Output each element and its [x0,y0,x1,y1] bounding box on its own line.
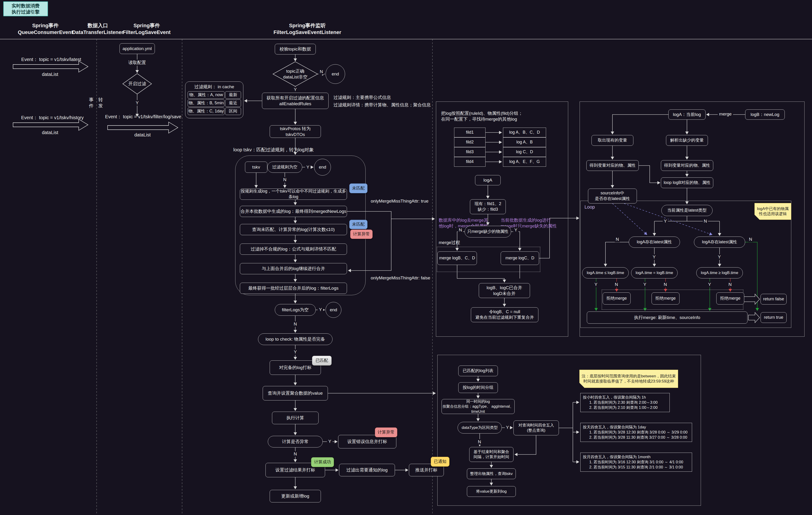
label-y-eq: Y [642,282,647,287]
query-agg-value-box: 查询并设置聚合数据的value [263,386,328,400]
time-lte-hexagon: logA.time ≤ logB.time [582,267,629,278]
read-config-label: 读取配置 [127,60,147,66]
note-round-day: 按天四舍五入，假设聚合间隔为 1day 1. 若当前时间为 3/28 12:30… [580,423,692,442]
fild1-cell: fild1 [454,128,486,138]
event-save-label: Event： topic = v1/tskv/filter/log/save [105,114,182,120]
update-insert-log-box: 更新或新增log [270,490,321,503]
merge-group-desc: 把log按照配置(ruleId)、物属性(fild)分组；在同一配置下，寻找待m… [441,110,564,123]
label-y-has-latest-left: Y [651,254,657,260]
cache-row2-right: 最近 [225,99,241,107]
label-n-calc-error: N [292,451,298,457]
execute-merge-box: 执行merge: 刷新time、sourceInfo [587,311,748,324]
filter-invalid-box: 过滤掉不合规的log：公式与规则详情不匹配 [240,244,347,255]
event-save-datalist: dataList [125,132,160,138]
label-merge: merge [718,111,733,117]
label-n-eq: N [663,282,668,287]
update-value-box: 将value更新到log [467,486,516,497]
calc-start-time-box: 基于结束时间和聚合间隔，计算开始时间 [469,447,514,462]
lane-header-filter-log-save: Spring事件FilterLogSaveEvent [115,22,178,36]
badge-matched: 已匹配 [312,356,331,366]
fild2-logs-cell: log A、B [503,138,546,147]
merge-cd-box: merge logC、D [501,251,539,265]
application-yml: application.yml [119,43,155,54]
return-true-box: return true [760,312,787,323]
fild4-cell: fild4 [454,157,486,167]
label-n-rules-empty: N [282,177,288,183]
label-n-miss: N [458,227,463,233]
badge-calc-success: 计算成功 [311,457,334,467]
get-enabled-rules-box: 获取所有开启过滤的配置信息allEnabledRules [262,93,328,109]
decision-filter-enabled-label: 开启过滤 [123,73,152,94]
extract-existing-vars-box: 取出现有的变量 [591,135,633,146]
merge-with-above-box: 与上面合并后的log继续进行合并 [240,263,347,274]
cache-row1-right: 最新 [225,91,241,99]
only-merge-miss-hexagon: 只merge缺少的物属性 [465,226,511,238]
time-gte-hexagon: logA.time ≥ logB.time [696,267,743,278]
fild4-logs-cell: log A、E、F、G [503,157,546,167]
event-history-label: Event： topic = v1/tskv/history [19,115,86,121]
event-arrow-latest [13,61,88,72]
fild3-logs-cell: log C、D [503,147,546,157]
end-ellipse-top: end [325,64,345,84]
merged-status-box: logB、logC已合并logD未合并 [479,283,530,298]
label-n-filterlogs: N [292,321,298,327]
label-n-latest-type: N [703,218,708,224]
merge-process-label: merge过程 [439,240,471,245]
label-y-calc-error: Y [327,438,332,444]
label-y-topic: Y [292,87,298,92]
end-ellipse-filterlogs: end [325,302,341,318]
parse-missing-vars-box: 解析出缺少的变量 [666,135,708,146]
logb-new-box: logB：newLog [745,110,785,120]
badge-calc-error-1: 计算异常 [350,230,373,239]
group-by-agg-box: 同一时间的log按聚合信息分组：aggType、 aggInterval、tim… [441,399,515,414]
badge-calc-error-2: 计算异常 [375,427,397,437]
sticky-loga-logic: logA中已有的物属性也适用该逻辑 [754,203,791,220]
time-eq-hexagon: logA.time = logB.time [631,267,678,278]
loop-tskv-label: loop tskv：匹配过滤规则，转为log对象 [233,147,326,153]
end-ellipse-loop: end [314,159,331,176]
vars-to-attrs-right-box: 得到变量对应的物、属性 [661,160,713,171]
event-history-datalist: dataList [33,129,67,135]
filter-notify-box: 过滤出需要通知的log [339,464,395,476]
fild3-cell: fild3 [454,147,486,157]
label-y-loop-check: Y [292,349,298,355]
relay-label-event: 事件 [88,96,94,110]
relay-label-forward: 转发 [97,96,104,110]
query-unmatched-box: 查询未匹配、计算异常的log(计算次数≤10) [240,224,347,235]
label-n-has-latest-right: N [748,237,753,242]
round-query-time-box: 对查询时间四舍五入(整点查询) [514,421,559,435]
badge-notified: 已通知 [431,457,450,466]
final-filter-logs-box: 最终获得一批经过层层合并后的log：filterLogs [240,283,347,294]
return-false-box: return false [760,294,787,305]
label-y-miss: Y [513,227,518,233]
label-y-filter-enabled: Y [134,100,140,106]
calc-error-hexagon: 计算是否异常 [268,436,323,448]
tskv-box: tskv [245,161,267,173]
rules-note-line1: 过滤规则：主要携带公式信息 [334,94,441,100]
filterlogs-empty-hexagon: filterLogs为空 [275,304,316,316]
group-by-time-box: 按log的时间分组 [458,382,498,393]
datatype-range-hexagon: dataType为区间类型 [458,422,502,433]
label-n-datatype: N [477,439,482,445]
execute-calc-box: 执行计算 [272,412,319,424]
sourceinfo-latest-box: sourceInfo中是否存在latest属性 [588,189,637,204]
event-arrow-history [13,119,88,130]
label-y-has-latest-right: Y [717,254,722,260]
label-y-latest-type: Y [663,218,668,224]
rules-empty-hexagon: 过滤规则为空 [267,161,302,173]
label-n-has-latest-left: N [615,237,620,242]
vars-to-attrs-left-box: 得到变量对应的物、属性 [586,160,639,171]
only-merge-false-label: onlyMergeMissThingAttr: false [371,275,436,281]
reject-merge-2: 拒绝merge [651,293,679,305]
sticky-between-note: 注：底层按时间范围查询使用的是between，因此结束时间就直接取临界值了，不去… [579,370,678,388]
matched-log-list-box: 已匹配的log列表 [458,366,498,376]
event-latest-datalist: dataList [33,71,67,77]
badge-unmatched-1: 未匹配 [349,183,368,193]
loga-has-latest-right: logA存在latest属性 [694,237,745,248]
note-round-month: 按月四舍五入，假设聚合间隔为 1month 1. 若当前时间为 3/16 12:… [580,453,692,472]
purple-note-batch-merge: 当前批数据生成的log进行merge时只merge缺失的属性 [501,216,561,230]
event-arrow-filter-save [108,122,178,133]
rules-note-line2: 过滤规则详情：携带计算物、属性信息；聚合信息 [334,102,450,108]
generate-log-box: 按规则生成log，一个tskv可以命中不同过滤规则，生成多条log [240,189,347,200]
set-null-box: 令logB、C = null避免在当前过滤规则下重复合并 [471,307,539,322]
